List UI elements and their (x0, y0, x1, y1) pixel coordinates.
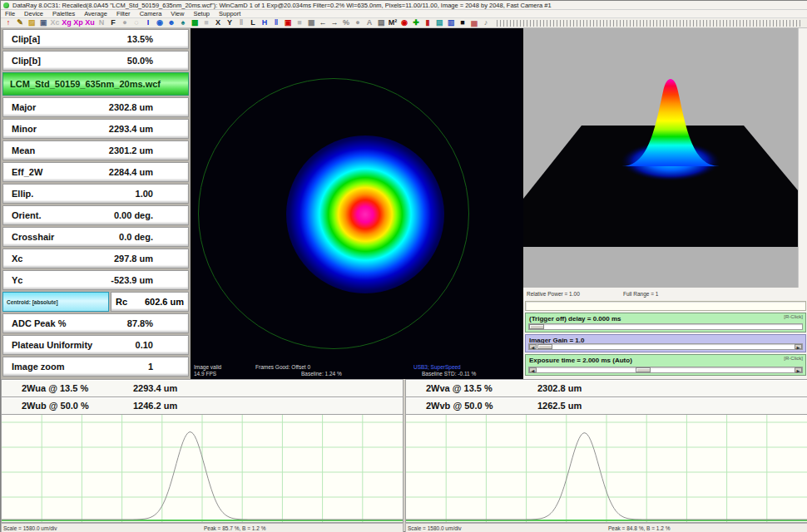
trigger-delay-panel[interactable]: (Trigger off) delay = 0.000 ms [R-Click] (525, 313, 806, 332)
result-row-ellip[interactable]: Ellip.1.00 (2, 184, 189, 204)
blank-box-icon[interactable]: ■ (201, 17, 212, 27)
edit-pencil-icon[interactable]: ✎ (14, 17, 26, 27)
gain-left-arrow-icon[interactable]: ◀ (529, 344, 537, 349)
centroid-mode-button[interactable]: Centroid: [absolute] (2, 292, 109, 312)
pause-icon[interactable]: ‖ (235, 17, 247, 27)
u-profile-panel: 2Wua @ 13.5 % 2293.4 um 2Wub @ 50.0 % 12… (1, 379, 404, 532)
circle-icon[interactable]: ● (119, 17, 131, 27)
camera-controls: Relative Power = 1.00 Full Range = 1 (Tr… (523, 288, 807, 379)
profile-curve-svg (2, 415, 403, 522)
open-folder-icon[interactable]: ▨ (26, 17, 37, 27)
v-profile-graph[interactable] (405, 414, 807, 523)
f-label-icon[interactable]: F (107, 17, 119, 27)
right-scroll-strip[interactable] (798, 28, 807, 288)
palette-icon[interactable]: ▩ (189, 17, 201, 27)
lock-icon[interactable]: ◉ (154, 17, 166, 27)
gain-right-arrow-icon[interactable]: ▶ (795, 344, 802, 349)
list-icon[interactable]: ▤ (433, 17, 445, 27)
u-scale-label: Scale = 1580.0 um/div (3, 525, 57, 531)
l-label-icon[interactable]: L (247, 17, 259, 27)
result-row-yc[interactable]: Yc-523.9 um (2, 270, 189, 290)
exposure-time-scrollbar[interactable]: ◀ ▶ (528, 367, 803, 373)
results-group-clip: Clip[a]13.5%Clip[b]50.0% (2, 29, 189, 71)
result-row-clip-a[interactable]: Clip[a]13.5% (2, 29, 189, 49)
info-icon[interactable]: I (142, 17, 154, 27)
circle-outline-icon[interactable]: ◌ (131, 17, 142, 27)
black-box-icon[interactable]: ■ (457, 17, 468, 27)
result-label: Ellip. (3, 189, 101, 199)
arrow-left-icon[interactable]: ← (317, 17, 329, 27)
box-icon[interactable]: ■ (294, 17, 305, 27)
imager-gain-scrollbar[interactable]: ◀ ▶ (528, 343, 803, 350)
save-red-icon[interactable]: ▣ (282, 17, 294, 27)
result-row-mean[interactable]: Mean2301.2 um (2, 140, 189, 160)
v-13-label: 2Wva @ 13.5 % (406, 383, 537, 393)
y-axis-icon[interactable]: Y (224, 17, 235, 27)
dot-icon[interactable]: ● (352, 17, 364, 27)
beam-2d-view[interactable]: Image valid 14.9 FPS Frames Good: Offset… (191, 28, 523, 379)
exposure-time-panel[interactable]: Exposure time = 2.000 ms (Auto) [R-Click… (525, 354, 806, 376)
x-axis-icon[interactable]: X (212, 17, 224, 27)
result-row-crosshair[interactable]: Crosshair0.0 deg. (2, 227, 189, 247)
exposure-time-handle[interactable] (636, 367, 651, 372)
rc-value: 602.6 um (145, 297, 184, 307)
printer-icon[interactable]: ▤ (375, 17, 387, 27)
rc-result-row[interactable]: Rc 602.6 um (111, 292, 189, 312)
u-profile-header-13[interactable]: 2Wua @ 13.5 % 2293.4 um (1, 379, 404, 397)
n-label-icon[interactable]: N (96, 17, 107, 27)
user-icon[interactable]: ☻ (166, 17, 177, 27)
bars-icon[interactable]: ‖ (270, 17, 282, 27)
percent-icon[interactable]: % (340, 17, 352, 27)
xu-label-icon[interactable]: Xu (84, 17, 96, 27)
h-label-icon[interactable]: H (259, 17, 270, 27)
result-value: 2302.8 um (101, 102, 188, 112)
up-arrow-icon[interactable]: ↑ (2, 17, 14, 27)
result-row-adc-peak[interactable]: ADC Peak %87.8% (2, 313, 189, 333)
result-row-orient[interactable]: Orient.0.00 deg. (2, 205, 189, 225)
xc-label-icon[interactable]: Xc (49, 17, 61, 27)
rgb-bars-icon[interactable]: ▥ (445, 17, 457, 27)
u-13-label: 2Wua @ 13.5 % (2, 383, 133, 393)
anchor-icon[interactable]: ♠ (177, 17, 189, 27)
result-label: Plateau Uniformity (3, 340, 101, 350)
grid-icon[interactable]: ▦ (305, 17, 317, 27)
v-50-label: 2Wvb @ 50.0 % (406, 401, 537, 411)
imager-gain-handle[interactable] (537, 344, 552, 349)
u-profile-graph[interactable] (1, 414, 404, 523)
battery-icon[interactable]: ▮ (422, 17, 433, 27)
beam-3d-view[interactable] (523, 28, 798, 288)
save-icon[interactable]: ▣ (37, 17, 49, 27)
result-row-major[interactable]: Major2302.8 um (2, 97, 189, 117)
result-row-plateau-uniformity[interactable]: Plateau Uniformity0.10 (2, 335, 189, 355)
u-profile-header-50[interactable]: 2Wub @ 50.0 % 1246.2 um (1, 397, 404, 414)
results-group-dimensions: Major2302.8 umMinor2293.4 umMean2301.2 u… (2, 97, 189, 290)
exposure-right-arrow-icon[interactable]: ▶ (795, 367, 802, 372)
target-red-icon[interactable]: ◉ (399, 17, 410, 27)
capture-file-button[interactable]: LCM_Std_50159_635nm_20ms.wcf (2, 72, 189, 96)
xp-label-icon[interactable]: Xp (72, 17, 84, 27)
result-row-xc[interactable]: Xc297.8 um (2, 249, 189, 268)
exposure-left-arrow-icon[interactable]: ◀ (529, 367, 537, 372)
result-row-minor[interactable]: Minor2293.4 um (2, 119, 189, 139)
m2-icon[interactable]: M² (387, 17, 399, 27)
result-row-eff-2w[interactable]: Eff_2W2284.4 um (2, 162, 189, 182)
a-label-icon[interactable]: A (364, 17, 375, 27)
trigger-delay-handle[interactable] (529, 324, 544, 329)
result-row-image-zoom[interactable]: Image zoom1 (2, 357, 189, 377)
relative-power-label: Relative Power = 1.00 (527, 291, 580, 297)
note-icon[interactable]: ♪ (480, 17, 492, 27)
chart-icon[interactable]: ▅ (468, 17, 480, 27)
toolbar: ↑✎▨▣XcXgXpXuNF●◌I◉☻♠▩■XY‖LH‖▣■▦←→%●A▤M²◉… (1, 18, 807, 28)
v-50-value: 1262.5 um (537, 401, 582, 411)
v-profile-header-50[interactable]: 2Wvb @ 50.0 % 1262.5 um (405, 397, 807, 414)
v-profile-header-13[interactable]: 2Wva @ 13.5 % 2302.8 um (405, 379, 807, 397)
results-group-stats: ADC Peak %87.8%Plateau Uniformity0.10Ima… (2, 313, 189, 377)
arrow-right-icon[interactable]: → (329, 17, 340, 27)
result-row-clip-b[interactable]: Clip[b]50.0% (2, 51, 189, 71)
imager-gain-panel[interactable]: Imager Gain = 1.0 ◀ ▶ (525, 334, 806, 352)
result-label: Clip[a] (3, 34, 101, 44)
result-label: Crosshair (3, 232, 101, 242)
green-cross-icon[interactable]: ✚ (410, 17, 422, 27)
trigger-delay-slider[interactable] (528, 323, 803, 330)
xg-label-icon[interactable]: Xg (61, 17, 72, 27)
